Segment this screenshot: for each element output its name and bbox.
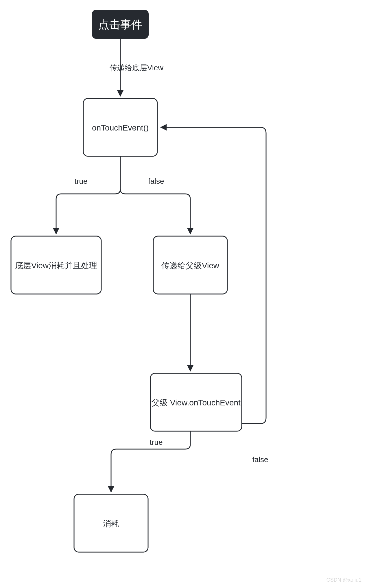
node-to-parent-label: 传递给父级View (161, 261, 219, 270)
edge-parent-ontouch-branch: true false (111, 127, 268, 492)
watermark: CSDN @xoliu1 (326, 577, 361, 583)
node-parent-ontouch-label: 父级 View.onTouchEvent (152, 398, 241, 407)
edge-label-true: true (75, 177, 88, 185)
node-consumed-label: 消耗 (103, 519, 119, 528)
edge-ontouch-branch: true false (56, 156, 190, 234)
flowchart-diagram: 点击事件 传递给底层View onTouchEvent() true false… (0, 0, 369, 588)
node-parent-ontouch: 父级 View.onTouchEvent (150, 373, 242, 431)
node-consume-label: 底层View消耗并且处理 (15, 261, 97, 270)
node-consume: 底层View消耗并且处理 (11, 236, 101, 294)
edge-label-true2: true (150, 438, 163, 446)
edge-label-false: false (148, 177, 164, 185)
node-start: 点击事件 (92, 10, 149, 39)
node-ontouchevent: onTouchEvent() (83, 98, 157, 156)
node-ontouchevent-label: onTouchEvent() (92, 123, 149, 132)
node-start-label: 点击事件 (98, 19, 142, 31)
edge-label-false2: false (252, 455, 268, 464)
node-to-parent: 传递给父级View (153, 236, 227, 294)
edge-start-to-ontouch: 传递给底层View (110, 39, 163, 96)
node-consumed: 消耗 (74, 494, 148, 552)
edge-label-pass-to-bottom: 传递给底层View (110, 63, 163, 72)
